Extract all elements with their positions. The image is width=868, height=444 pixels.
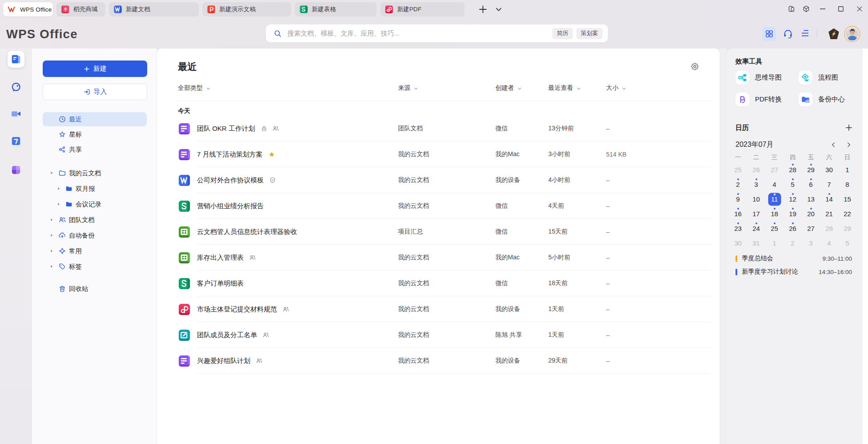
- calendar-day[interactable]: 17: [747, 206, 765, 221]
- calendar-day[interactable]: 6: [802, 177, 820, 192]
- calendar-day[interactable]: 30: [820, 162, 838, 177]
- tree-item[interactable]: 会议记录: [43, 197, 147, 212]
- new-tab-button[interactable]: [478, 4, 488, 15]
- tree-item[interactable]: 自动备份: [43, 228, 147, 243]
- calendar-day[interactable]: 8: [838, 177, 856, 192]
- calendar-day[interactable]: 4: [820, 236, 838, 250]
- calendar-day[interactable]: 26: [747, 162, 765, 177]
- filter-dropdown[interactable]: 大小: [606, 84, 627, 92]
- calendar-day[interactable]: 7: [820, 177, 838, 192]
- event-item[interactable]: 新季度学习计划讨论 14:30–16:00: [735, 265, 852, 279]
- sidebar-item[interactable]: 星标: [43, 127, 147, 141]
- event-item[interactable]: 季度总结会 9:30–11:00: [735, 252, 852, 265]
- caret-right-icon[interactable]: [49, 218, 54, 222]
- minimize-icon[interactable]: [819, 5, 827, 13]
- calendar-day[interactable]: 29: [802, 162, 820, 177]
- file-row[interactable]: 兴趣爱好组队计划 我的云文档 我的设备 29天前 –: [157, 348, 719, 374]
- calendar-day[interactable]: 24: [747, 221, 765, 236]
- filter-dropdown[interactable]: 全部类型: [178, 84, 211, 92]
- settings-gear-button[interactable]: [691, 62, 699, 71]
- calendar-day[interactable]: 12: [784, 192, 802, 206]
- tree-item[interactable]: 我的云文档: [43, 165, 147, 181]
- calendar-day[interactable]: 22: [838, 206, 856, 221]
- file-row[interactable]: 云文档管人员信息统计表理器验收 项目汇总 微信 15天前 –: [157, 219, 719, 245]
- calendar-day[interactable]: 3: [802, 236, 820, 250]
- devices-icon[interactable]: [788, 5, 796, 13]
- sidebar-item[interactable]: 最近: [43, 112, 147, 126]
- calendar-day[interactable]: 27: [802, 221, 820, 236]
- calendar-day[interactable]: 21: [820, 206, 838, 221]
- add-event-button[interactable]: [844, 123, 853, 132]
- calendar-day[interactable]: 4: [765, 177, 784, 192]
- calendar-day[interactable]: 16: [729, 206, 747, 221]
- calendar-day[interactable]: 1: [765, 236, 784, 250]
- calendar-day[interactable]: 25: [765, 221, 784, 236]
- calendar-day[interactable]: 23: [729, 221, 747, 236]
- file-row[interactable]: 公司对外合作协议模板 我的云文档 我的设备 4小时前 –: [157, 167, 719, 193]
- rail-item[interactable]: [8, 133, 24, 149]
- calendar-day[interactable]: 28: [820, 221, 838, 236]
- close-icon[interactable]: [856, 5, 864, 13]
- new-document-button[interactable]: 新建: [43, 61, 147, 77]
- caret-right-icon[interactable]: [56, 186, 61, 191]
- file-row[interactable]: 市场主体登记提交材料规范 我的云文档 我的设备 1天前 –: [157, 296, 719, 322]
- calendar-day[interactable]: 14: [820, 192, 838, 206]
- file-row[interactable]: 7 月线下活动策划方案 我的云文档 我的Mac 3小时前 514 KB: [157, 141, 719, 167]
- filter-dropdown[interactable]: 来源: [398, 84, 418, 92]
- file-row[interactable]: 客户订单明细表 我的云文档 微信 18天前 –: [157, 270, 719, 296]
- calendar-day[interactable]: 29: [838, 221, 856, 236]
- rail-item[interactable]: [8, 105, 24, 122]
- rail-item[interactable]: [8, 51, 24, 68]
- tree-item[interactable]: 双月报: [43, 181, 147, 196]
- tool-item[interactable]: PDF转换: [735, 93, 799, 106]
- caret-right-icon[interactable]: [56, 202, 61, 206]
- tab[interactable]: 新建文档: [109, 2, 199, 16]
- calendar-day[interactable]: 5: [838, 236, 856, 250]
- tool-item[interactable]: 备份中心: [799, 93, 856, 106]
- calendar-day[interactable]: 3: [747, 177, 765, 192]
- caret-right-icon[interactable]: [49, 264, 54, 269]
- calendar-day[interactable]: 30: [729, 236, 747, 250]
- calendar-day[interactable]: 2: [784, 236, 802, 250]
- file-row[interactable]: 营销小组业绩分析报告 我的云文档 微信 4天前 –: [157, 193, 719, 219]
- file-row[interactable]: 团队 OKR 工作计划 团队文档 微信 13分钟前 –: [157, 116, 719, 141]
- calendar-day[interactable]: 1: [838, 162, 856, 177]
- calendar-day[interactable]: 20: [802, 206, 820, 221]
- tab-list-dropdown[interactable]: [494, 5, 503, 14]
- tree-item[interactable]: 常用: [43, 243, 147, 258]
- tab[interactable]: 稻壳商城: [56, 2, 105, 16]
- customer-service-button[interactable]: [783, 28, 793, 39]
- calendar-day[interactable]: 18: [765, 206, 784, 221]
- rail-item[interactable]: [8, 79, 24, 96]
- cube-icon[interactable]: [802, 5, 810, 13]
- calendar-day[interactable]: 27: [765, 162, 784, 177]
- calendar-prev-button[interactable]: [830, 141, 837, 148]
- calendar-day[interactable]: 9: [729, 192, 747, 206]
- calendar-day[interactable]: 2: [729, 177, 747, 192]
- search-tag[interactable]: 策划案: [576, 28, 603, 39]
- caret-right-icon[interactable]: [49, 249, 54, 253]
- maximize-icon[interactable]: [837, 5, 845, 13]
- caret-right-icon[interactable]: [49, 233, 54, 238]
- sidebar-item[interactable]: 共享: [43, 142, 147, 157]
- calendar-day[interactable]: 31: [747, 236, 765, 250]
- tab[interactable]: 新建表格: [295, 2, 377, 16]
- caret-down-icon[interactable]: [49, 171, 54, 175]
- calendar-next-button[interactable]: [845, 141, 852, 148]
- apps-grid-button[interactable]: [762, 27, 776, 41]
- calendar-day[interactable]: 28: [784, 162, 802, 177]
- filter-dropdown[interactable]: 最近查看: [548, 84, 581, 92]
- avatar[interactable]: [844, 26, 860, 42]
- sidebar-item-trash[interactable]: 回收站: [43, 282, 147, 296]
- tool-item[interactable]: 流程图: [799, 71, 856, 85]
- calendar-day[interactable]: 5: [784, 177, 802, 192]
- tree-item[interactable]: 标签: [43, 259, 147, 274]
- calendar-day[interactable]: 10: [747, 192, 765, 206]
- calendar-day[interactable]: 25: [729, 162, 747, 177]
- calendar-day[interactable]: 15: [838, 192, 856, 206]
- calendar-day[interactable]: 19: [784, 206, 802, 221]
- rail-item[interactable]: [8, 161, 24, 178]
- search-bar[interactable]: 搜索文档、模板、文库、应用、技巧... 简历策划案: [266, 24, 608, 42]
- filter-dropdown[interactable]: 创建者: [495, 84, 522, 92]
- tab[interactable]: WPS Office: [3, 2, 53, 16]
